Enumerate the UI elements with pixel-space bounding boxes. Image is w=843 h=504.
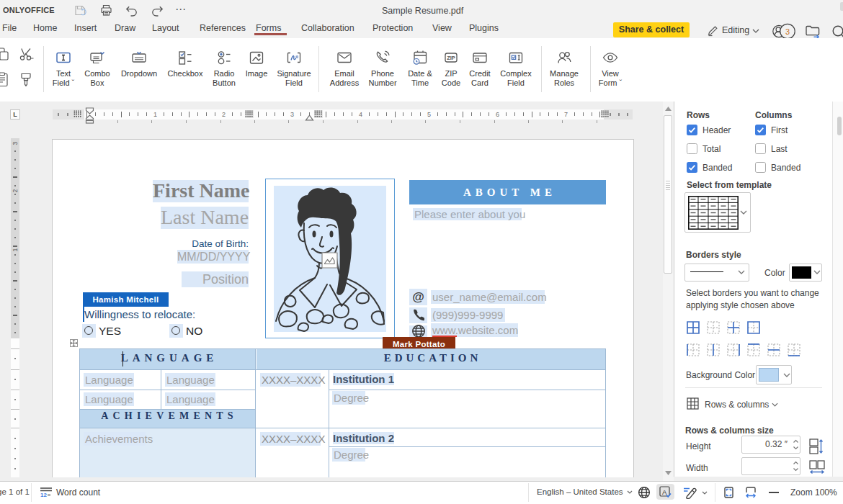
- svg-text:ZIP: ZIP: [447, 55, 455, 61]
- svg-text:3: 3: [785, 27, 790, 36]
- svg-text:12: 12: [40, 492, 47, 498]
- svg-text:A: A: [662, 488, 667, 496]
